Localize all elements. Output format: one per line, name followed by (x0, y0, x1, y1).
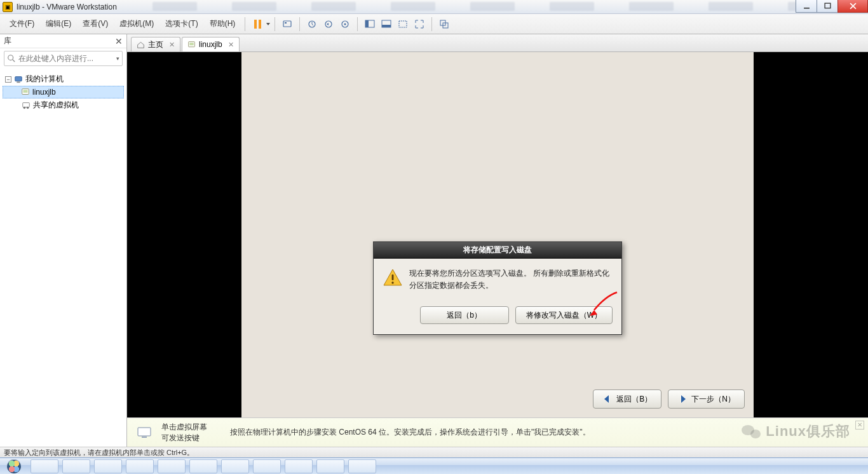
arrow-left-icon (602, 394, 613, 404)
svg-rect-31 (142, 437, 147, 438)
vm-letterbox-left (127, 52, 241, 417)
svg-point-29 (391, 281, 393, 283)
document-tabs: 主页 ✕ linuxjlb ✕ (127, 34, 868, 52)
write-storage-dialog: 将存储配置写入磁盘 现在要将您所选分区选项写入磁盘。 所有删除或重新格式化分区指… (373, 241, 622, 335)
menu-tabs[interactable]: 选项卡(T) (159, 15, 203, 32)
dialog-message: 现在要将您所选分区选项写入磁盘。 所有删除或重新格式化分区指定数据都会丢失。 (409, 267, 613, 291)
send-ctrl-alt-del-icon[interactable] (279, 17, 295, 32)
start-orb-icon (7, 459, 21, 473)
fullscreen-icon[interactable] (411, 17, 428, 32)
svg-point-17 (8, 55, 13, 60)
minimize-button[interactable] (796, 0, 817, 13)
install-hint-bar: 单击虚拟屏幕 可发送按键 按照在物理计算机中的步骤安装 CentOS 64 位。… (127, 417, 868, 447)
hint-close-icon[interactable]: ✕ (855, 421, 864, 430)
close-sidebar-button[interactable]: ✕ (115, 36, 123, 46)
taskbar-item[interactable] (126, 459, 154, 473)
taskbar-item[interactable] (31, 459, 58, 473)
menu-view[interactable]: 查看(V) (77, 15, 114, 32)
hint-click-text: 单击虚拟屏幕 可发送按键 (161, 422, 207, 442)
dialog-title: 将存储配置写入磁盘 (374, 242, 621, 259)
taskbar-item[interactable] (253, 459, 281, 473)
svg-rect-20 (17, 81, 20, 83)
svg-point-33 (750, 430, 761, 438)
tab-home[interactable]: 主页 ✕ (131, 37, 180, 51)
show-console-icon[interactable] (378, 17, 395, 32)
revert-snapshot-icon[interactable] (320, 17, 337, 32)
taskbar-item[interactable] (189, 459, 217, 473)
svg-point-9 (344, 23, 346, 25)
taskbar-item[interactable] (94, 459, 122, 473)
arrow-right-icon (677, 394, 688, 404)
collapse-icon[interactable]: − (5, 76, 11, 83)
menu-file[interactable]: 文件(F) (4, 15, 40, 32)
snapshot-icon[interactable] (304, 17, 320, 32)
pause-button[interactable] (249, 17, 266, 32)
warning-icon (383, 267, 403, 288)
tab-home-label: 主页 (148, 39, 163, 50)
library-sidebar: 库 ✕ ▾ − 我的计算机 linuxjlb 共享的虚拟机 (0, 34, 127, 447)
tree-shared-label: 共享的虚拟机 (33, 100, 79, 111)
vm-guest-screen[interactable]: 将存储配置写入磁盘 现在要将您所选分区选项写入磁盘。 所有删除或重新格式化分区指… (241, 52, 754, 417)
window-title: linuxjlb - VMware Workstation (17, 3, 117, 11)
window-controls (796, 0, 868, 13)
taskbar-item[interactable] (158, 459, 186, 473)
wizard-next-button[interactable]: 下一步（N） (668, 389, 745, 409)
wizard-nav: 返回（B） 下一步（N） (593, 389, 745, 409)
vm-tab-icon (187, 41, 196, 49)
manage-snapshot-icon[interactable] (337, 17, 353, 32)
start-button[interactable] (1, 459, 27, 474)
pause-dropdown-icon[interactable] (266, 20, 271, 29)
window-titlebar: ▣ linuxjlb - VMware Workstation (0, 0, 868, 14)
search-icon (7, 54, 16, 63)
svg-rect-13 (382, 25, 391, 27)
tree-shared-vms[interactable]: 共享的虚拟机 (3, 98, 124, 112)
taskbar-item[interactable] (285, 459, 313, 473)
close-button[interactable] (837, 0, 868, 13)
sidebar-search[interactable]: ▾ (4, 51, 123, 66)
svg-rect-14 (399, 21, 407, 27)
sidebar-header: 库 ✕ (0, 34, 126, 48)
main-area: 主页 ✕ linuxjlb ✕ 将存储配置写入磁盘 (127, 34, 868, 447)
svg-point-25 (27, 106, 29, 109)
maximize-button[interactable] (817, 0, 838, 13)
menu-help[interactable]: 帮助(H) (204, 15, 241, 32)
tab-home-close-icon[interactable]: ✕ (169, 41, 175, 49)
watermark: Linux俱乐部 (740, 422, 850, 441)
unity-icon[interactable] (436, 17, 452, 32)
taskbar-item[interactable] (316, 459, 344, 473)
dialog-write-button[interactable]: 将修改写入磁盘（W） (515, 306, 613, 324)
wizard-back-button[interactable]: 返回（B） (593, 389, 661, 409)
menu-vm[interactable]: 虚拟机(M) (114, 15, 159, 32)
tree-root-label: 我的计算机 (25, 74, 64, 85)
svg-rect-27 (189, 43, 194, 45)
vm-viewport[interactable]: 将存储配置写入磁盘 现在要将您所选分区选项写入磁盘。 所有删除或重新格式化分区指… (127, 52, 868, 417)
library-tree: − 我的计算机 linuxjlb 共享的虚拟机 (0, 69, 126, 116)
home-icon (137, 41, 145, 49)
svg-rect-28 (392, 274, 394, 280)
wechat-icon (740, 423, 762, 440)
svg-rect-23 (23, 102, 30, 107)
taskbar-item[interactable] (62, 459, 90, 473)
svg-rect-5 (285, 22, 287, 24)
tab-linuxjlb[interactable]: linuxjlb ✕ (182, 37, 240, 51)
hint-description: 按照在物理计算机中的步骤安装 CentOS 64 位。安装完成后，操作系统会进行… (230, 427, 590, 438)
svg-rect-19 (15, 76, 22, 81)
dialog-back-button[interactable]: 返回（b） (420, 306, 509, 324)
tree-vm-linuxjlb[interactable]: linuxjlb (3, 86, 124, 98)
background-browser-tabs (153, 2, 832, 11)
tree-root-my-computer[interactable]: − 我的计算机 (3, 72, 124, 86)
search-input[interactable] (18, 54, 116, 63)
taskbar-item[interactable] (348, 459, 376, 473)
show-sidebar-icon[interactable] (362, 17, 378, 32)
screen-icon (137, 427, 151, 438)
svg-point-32 (742, 425, 754, 435)
dialog-body: 现在要将您所选分区选项写入磁盘。 所有删除或重新格式化分区指定数据都会丢失。 返… (374, 259, 621, 334)
taskbar-item[interactable] (221, 459, 249, 473)
svg-rect-22 (24, 90, 28, 93)
tab-vm-close-icon[interactable]: ✕ (228, 41, 234, 49)
svg-rect-4 (283, 21, 291, 27)
stretch-icon[interactable] (395, 17, 411, 32)
menu-edit[interactable]: 编辑(E) (40, 15, 77, 32)
search-dropdown-icon[interactable]: ▾ (116, 55, 119, 62)
computer-icon (14, 75, 23, 84)
